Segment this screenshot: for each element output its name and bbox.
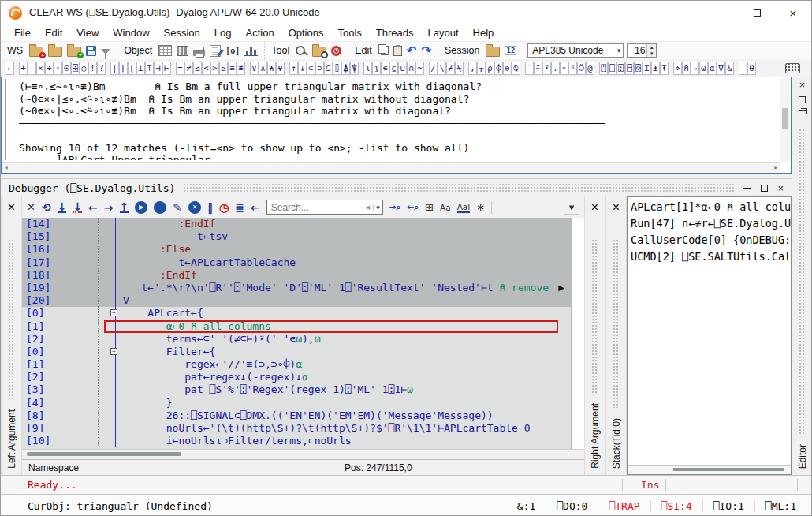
apl-key[interactable]: ⋆: [54, 62, 62, 75]
apl-key[interactable]: ∨: [250, 62, 259, 75]
trace-exit-icon[interactable]: ↑: [120, 202, 129, 213]
close-icon[interactable]: ×: [613, 200, 620, 215]
apl-key[interactable]: ⍞: [599, 62, 608, 75]
stack-frame[interactable]: CallUserCode[0] {0∩DEBUG::T: [631, 232, 791, 249]
stop-timer-icon[interactable]: ◷: [219, 201, 229, 214]
font-size-stepper[interactable]: 16 ▴▾: [627, 43, 657, 58]
apl-key[interactable]: ⎕: [608, 62, 616, 75]
menu-log[interactable]: Log: [207, 27, 239, 39]
apl-key[interactable]: -: [28, 62, 36, 75]
pause-icon[interactable]: ‖: [207, 201, 213, 214]
session-folder-icon[interactable]: [486, 47, 500, 57]
apl-key[interactable]: ∘: [560, 62, 568, 75]
toolbar-overflow-icon[interactable]: ▾: [564, 200, 579, 215]
hscroll-thumb[interactable]: [27, 452, 181, 456]
apl-key[interactable]: ⊢: [162, 62, 171, 75]
code-line-current[interactable]: [1]⍺←0 ⍝ all columns: [22, 320, 571, 333]
code-line[interactable]: [15]t←tsv: [22, 230, 571, 243]
apl-key[interactable]: ≠: [184, 62, 193, 75]
apl-key[interactable]: @: [586, 62, 594, 75]
step-over-icon[interactable]: ↓: [73, 202, 82, 213]
apl-key[interactable]: ⍉: [512, 62, 520, 75]
apl-key[interactable]: ⍕: [660, 62, 669, 75]
search-clear-icon[interactable]: ×: [366, 203, 371, 212]
forward-icon[interactable]: →: [104, 201, 114, 214]
apl-key[interactable]: ∇: [717, 62, 725, 75]
maximize-icon[interactable]: [761, 185, 768, 192]
menu-file[interactable]: File: [7, 27, 38, 39]
apl-key[interactable]: /: [429, 62, 438, 75]
menu-session[interactable]: Session: [157, 27, 207, 39]
stack-frame[interactable]: APLcart[1]*⍺←0 ⍝ all column: [631, 199, 791, 215]
stack-frame[interactable]: Run[47] n←≢r←⎕SE.Dyalog.Uti: [631, 215, 791, 232]
match-word-icon[interactable]: Aal: [457, 202, 471, 213]
menu-action[interactable]: Action: [239, 27, 281, 39]
debugger-search-box[interactable]: ×▾: [266, 200, 383, 215]
apl-key[interactable]: ⍸: [372, 62, 381, 75]
line-numbers-icon[interactable]: 12: [505, 46, 516, 55]
apl-key[interactable]: ⊖: [503, 62, 512, 75]
print-icon[interactable]: [193, 50, 205, 56]
apl-key[interactable]: ↓: [298, 62, 307, 75]
apl-key[interactable]: ⍱: [276, 62, 285, 75]
apl-key[interactable]: ×: [36, 62, 45, 75]
clear-ws-icon[interactable]: [29, 47, 43, 57]
vscroll-thumb[interactable]: [782, 108, 788, 129]
maximize-button[interactable]: [739, 1, 775, 24]
apl-key[interactable]: &: [725, 62, 734, 75]
apl-key[interactable]: ⍳: [363, 62, 372, 75]
apl-key[interactable]: ⊃: [315, 62, 324, 75]
copy-icon[interactable]: [381, 46, 389, 55]
apl-key[interactable]: ∪: [398, 62, 407, 75]
apl-key[interactable]: <: [202, 62, 210, 75]
menu-options[interactable]: Options: [281, 27, 331, 39]
code-vscrollbar[interactable]: [571, 218, 584, 449]
continue-threads-icon[interactable]: –: [154, 201, 166, 214]
close-icon[interactable]: ×: [591, 200, 598, 215]
interrupt-icon[interactable]: ✕: [188, 201, 201, 214]
search-next-icon[interactable]: →⌕: [389, 202, 401, 212]
apl-key[interactable]: ⊆: [324, 62, 333, 75]
code-line[interactable]: [0]−APLcart←{: [22, 307, 571, 320]
apl-key[interactable]: =: [176, 62, 184, 75]
search-input[interactable]: [270, 201, 363, 214]
apl-key[interactable]: ⋄: [673, 62, 682, 75]
search-icon[interactable]: [296, 46, 305, 55]
value-icon[interactable]: [o]: [225, 47, 240, 55]
apl-key[interactable]: ○: [80, 62, 88, 75]
ws-search-icon[interactable]: [312, 47, 326, 57]
apl-key[interactable]: ⍷: [389, 62, 398, 75]
apl-key[interactable]: ←: [6, 62, 14, 75]
trace-into-icon[interactable]: ↓: [58, 202, 67, 213]
match-case-icon[interactable]: Aa: [440, 203, 451, 212]
apl-key[interactable]: ⌹: [71, 62, 80, 75]
undo-icon[interactable]: ↶: [407, 45, 417, 56]
stop-clock-icon[interactable]: [331, 46, 341, 56]
menu-window[interactable]: Window: [106, 27, 156, 39]
apl-key[interactable]: ⍒: [350, 62, 359, 75]
drag-handle[interactable]: [799, 129, 806, 434]
float-icon[interactable]: [799, 110, 806, 118]
apl-key[interactable]: ⍪: [477, 62, 486, 75]
explorer-icon[interactable]: [177, 46, 188, 56]
apl-key[interactable]: !: [88, 62, 97, 75]
debugger-titlebar[interactable]: Debugger (⎕SE.Dyalog.Utils) ×: [1, 179, 792, 196]
jump-back-icon[interactable]: ⇠: [251, 201, 260, 214]
regex-icon[interactable]: ∗: [476, 201, 485, 213]
code-line[interactable]: [8]26::⎕SIGNAL⊂⎕DMX.(('EN'EN)('EM'EM)('M…: [22, 409, 571, 422]
save-ws-icon[interactable]: [86, 46, 96, 56]
code-line[interactable]: [14]:EndIf: [22, 218, 571, 230]
copy-ws-icon[interactable]: [67, 47, 81, 57]
left-argument-strip[interactable]: × Left Argument: [1, 196, 22, 475]
back-icon[interactable]: ←: [88, 201, 98, 214]
apl-key[interactable]: →: [691, 62, 699, 75]
scroll-left-icon[interactable]: ◂: [4, 163, 8, 171]
close-button[interactable]: ×: [775, 1, 811, 24]
apl-key[interactable]: .: [551, 62, 560, 75]
hscroll-thumb[interactable]: [673, 468, 784, 471]
font-select[interactable]: APL385 Unicode ▾: [527, 43, 624, 58]
export-ws-icon[interactable]: [101, 49, 110, 54]
search-dropdown-icon[interactable]: ▾: [373, 204, 380, 211]
apl-key[interactable]: ⌽: [494, 62, 503, 75]
apl-key[interactable]: ⊣: [154, 62, 162, 75]
